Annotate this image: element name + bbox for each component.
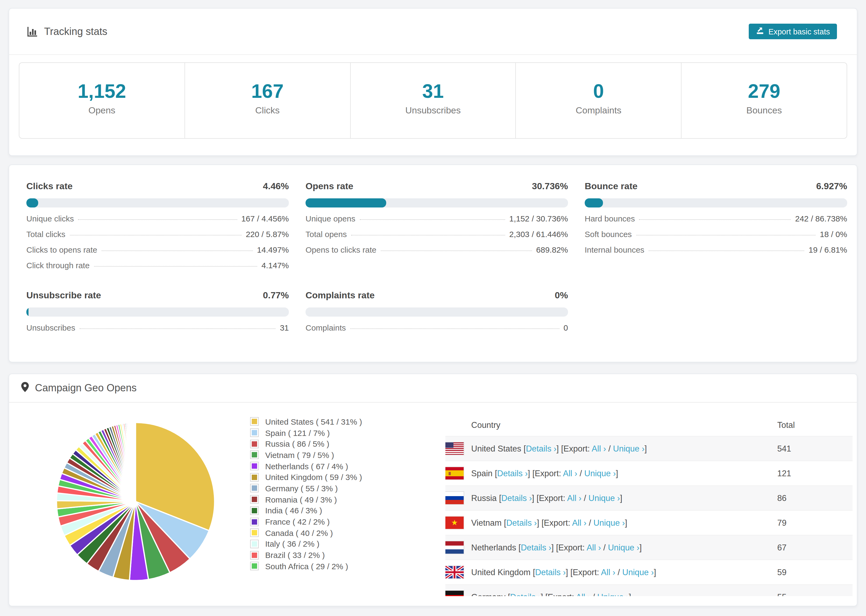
rate-title: Opens rate xyxy=(305,181,353,192)
bracket: ] xyxy=(566,567,570,577)
table-header-row: Country Total xyxy=(446,415,853,436)
legend-item[interactable]: Russia ( 86 / 5% ) xyxy=(250,438,362,449)
details-link[interactable]: Details › xyxy=(521,543,551,552)
slash: / xyxy=(615,567,622,577)
legend-swatch xyxy=(250,506,259,515)
details-link[interactable]: Details › xyxy=(501,493,532,502)
rate-value: 30.736% xyxy=(532,181,568,192)
geo-header: Campaign Geo Opens xyxy=(9,374,857,402)
legend-item[interactable]: Canada ( 40 / 2% ) xyxy=(250,527,362,538)
stat-value: 4.147% xyxy=(261,261,289,270)
legend-label: Vietnam ( 79 / 5% ) xyxy=(265,451,334,460)
country-links: [Details ›] [Export: All › / Unique ›] xyxy=(508,592,631,596)
legend-item[interactable]: South Africa ( 29 / 2% ) xyxy=(250,561,362,572)
dotted-leader xyxy=(80,328,276,329)
export-prefix-label: Export: xyxy=(548,592,576,596)
country-name: United Kingdom xyxy=(471,567,531,577)
legend-swatch xyxy=(250,484,259,493)
legend-item[interactable]: France ( 42 / 2% ) xyxy=(250,516,362,527)
export-all-link[interactable]: All › xyxy=(563,468,577,478)
country-name: Spain xyxy=(471,468,493,478)
stat-label: Click through rate xyxy=(26,261,90,270)
country-total: 541 xyxy=(777,444,853,453)
export-prefix-label: Export: xyxy=(564,444,592,453)
geo-pie-chart[interactable] xyxy=(55,421,216,582)
summary-stat-value: 1,152 xyxy=(19,81,184,102)
ru-flag-icon xyxy=(446,492,464,504)
legend-label: India ( 46 / 3% ) xyxy=(265,506,322,515)
export-unique-link[interactable]: Unique › xyxy=(593,518,625,527)
stat-row: Total clicks 220 / 5.87% xyxy=(26,229,289,245)
dotted-leader xyxy=(649,250,805,251)
geo-opens-card: Campaign Geo Opens United States ( 541 /… xyxy=(9,374,857,606)
geo-legend: United States ( 541 / 31% ) Spain ( 121 … xyxy=(250,416,362,572)
slash: / xyxy=(606,444,613,453)
legend-item[interactable]: India ( 46 / 3% ) xyxy=(250,505,362,516)
details-link[interactable]: Details › xyxy=(526,444,556,453)
rate-value: 6.927% xyxy=(816,181,847,192)
export-all-link[interactable]: All › xyxy=(587,543,601,552)
export-all-link[interactable]: All › xyxy=(567,493,581,502)
progress-bar-fill xyxy=(26,308,28,317)
legend-label: United States ( 541 / 31% ) xyxy=(265,417,362,426)
legend-item[interactable]: Spain ( 121 / 7% ) xyxy=(250,427,362,438)
export-unique-link[interactable]: Unique › xyxy=(597,592,629,596)
bracket: [ xyxy=(556,543,558,552)
export-icon xyxy=(756,26,764,36)
bracket: ] xyxy=(616,468,618,478)
stat-value: 19 / 6.81% xyxy=(809,245,847,254)
progress-bar-track xyxy=(26,198,289,207)
rate-rows: Unique clicks 167 / 4.456% Total clicks … xyxy=(26,214,289,276)
stat-row: Total opens 2,303 / 61.446% xyxy=(305,229,568,245)
export-unique-link[interactable]: Unique › xyxy=(608,543,639,552)
export-unique-link[interactable]: Unique › xyxy=(613,444,644,453)
export-prefix-label: Export: xyxy=(558,543,587,552)
export-prefix-label: Export: xyxy=(535,468,563,478)
rate-block-clicks: Clicks rate 4.46% Unique clicks 167 / 4.… xyxy=(26,181,289,276)
legend-item[interactable]: United Kingdom ( 59 / 3% ) xyxy=(250,472,362,483)
legend-label: Netherlands ( 67 / 4% ) xyxy=(265,462,348,471)
export-unique-link[interactable]: Unique › xyxy=(589,493,620,502)
legend-item[interactable]: Romania ( 49 / 3% ) xyxy=(250,494,362,505)
summary-stat-value: 0 xyxy=(516,81,681,102)
country-links: [Details ›] [Export: All › / Unique ›] xyxy=(499,493,622,502)
bracket: [ xyxy=(524,444,526,453)
export-all-link[interactable]: All › xyxy=(572,518,586,527)
export-all-link[interactable]: All › xyxy=(592,444,606,453)
stat-label: Internal bounces xyxy=(585,245,644,254)
details-link[interactable]: Details › xyxy=(506,518,537,527)
legend-item[interactable]: Netherlands ( 67 / 4% ) xyxy=(250,460,362,472)
bracket: ] xyxy=(629,592,631,596)
geo-body: United States ( 541 / 31% ) Spain ( 121 … xyxy=(9,402,857,606)
stat-label: Complaints xyxy=(305,323,346,332)
total-column-header: Total xyxy=(777,420,853,430)
legend-item[interactable]: Brazil ( 33 / 2% ) xyxy=(250,550,362,561)
country-links: [Details ›] [Export: All › / Unique ›] xyxy=(533,567,656,577)
legend-label: Germany ( 55 / 3% ) xyxy=(265,484,338,493)
geo-table: Country Total United States [Details ›] … xyxy=(446,415,853,596)
legend-item[interactable]: Italy ( 36 / 2% ) xyxy=(250,538,362,549)
details-link[interactable]: Details › xyxy=(535,567,566,577)
stat-value: 167 / 4.456% xyxy=(241,214,289,223)
details-link[interactable]: Details › xyxy=(497,468,528,478)
country-links: [Details ›] [Export: All › / Unique ›] xyxy=(504,518,627,527)
dotted-leader xyxy=(639,219,791,220)
stat-label: Clicks to opens rate xyxy=(26,245,97,254)
bracket: ] xyxy=(527,468,532,478)
details-link[interactable]: Details › xyxy=(510,592,541,596)
legend-item[interactable]: United States ( 541 / 31% ) xyxy=(250,416,362,427)
bracket: ] xyxy=(540,592,545,596)
country-column-header: Country xyxy=(471,420,777,430)
export-all-link[interactable]: All › xyxy=(576,592,590,596)
export-basic-stats-button[interactable]: Export basic stats xyxy=(748,24,837,39)
legend-item[interactable]: Vietnam ( 79 / 5% ) xyxy=(250,449,362,460)
de-flag-icon xyxy=(446,591,464,596)
rates-card: Clicks rate 4.46% Unique clicks 167 / 4.… xyxy=(9,165,857,362)
legend-label: Brazil ( 33 / 2% ) xyxy=(265,550,325,559)
legend-item[interactable]: Germany ( 55 / 3% ) xyxy=(250,483,362,494)
export-button-label: Export basic stats xyxy=(768,27,830,36)
bracket: ] xyxy=(556,444,561,453)
export-unique-link[interactable]: Unique › xyxy=(584,468,616,478)
export-all-link[interactable]: All › xyxy=(601,567,615,577)
export-unique-link[interactable]: Unique › xyxy=(622,567,654,577)
